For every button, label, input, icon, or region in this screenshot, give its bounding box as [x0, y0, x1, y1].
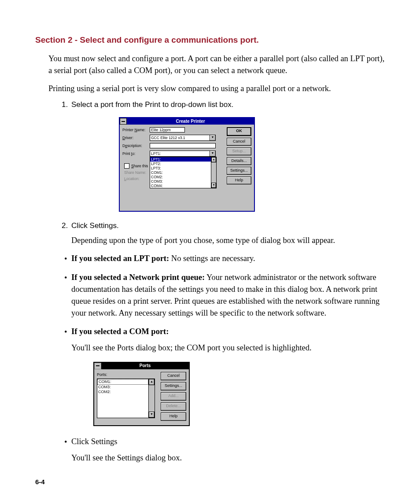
create-printer-dialog: Create Printer Printer Name: Driver:: [119, 117, 255, 212]
port-option[interactable]: LPT2:: [150, 162, 211, 166]
scroll-down-arrow-icon[interactable]: ▼: [149, 412, 155, 418]
setup-button[interactable]: Setup...: [227, 147, 251, 155]
bullet-click-settings: • Click Settings You'll see the Settings…: [71, 436, 385, 464]
port-option[interactable]: LPT3:: [150, 166, 211, 170]
port-item[interactable]: COM1:: [97, 379, 148, 385]
dialog-title: Ports: [101, 363, 189, 369]
scrollbar[interactable]: ▲ ▼: [148, 379, 155, 418]
bullet-com-body: You'll see the Ports dialog box; the COM…: [71, 342, 385, 354]
bullet-click-settings-body: You'll see the Settings dialog box.: [71, 452, 385, 464]
print-to-input[interactable]: [150, 151, 210, 157]
ports-dialog: Ports Ports: COM1: COM3: COM2:: [93, 362, 190, 426]
step-2-body: Depending upon the type of port you chos…: [71, 235, 385, 246]
ports-listbox[interactable]: COM1: COM3: COM2: ▲ ▼: [97, 379, 155, 418]
driver-label: Driver:: [122, 136, 150, 140]
port-option[interactable]: COM4:: [150, 184, 211, 188]
intro-paragraph-2: Printing using a serial port is very slo…: [35, 83, 385, 95]
dropdown-arrow-icon[interactable]: ▼: [210, 151, 216, 157]
printer-name-label: Printer Name:: [122, 128, 150, 132]
add-button[interactable]: Add...: [161, 392, 186, 401]
help-button[interactable]: Help: [227, 177, 251, 184]
scroll-up-arrow-icon[interactable]: ▲: [149, 379, 155, 385]
port-item[interactable]: COM3:: [97, 385, 148, 390]
printer-name-input[interactable]: [150, 127, 185, 132]
section-heading: Section 2 - Select and configure a commu…: [35, 35, 385, 45]
step-number: 2.: [62, 221, 71, 230]
dialog-title: Create Printer: [127, 119, 254, 124]
help-button[interactable]: Help: [161, 412, 186, 421]
delete-button[interactable]: Delete...: [161, 402, 186, 411]
cancel-button[interactable]: Cancel: [161, 372, 186, 380]
dropdown-arrow-icon[interactable]: ▼: [210, 135, 216, 141]
print-to-combo[interactable]: ▼: [150, 151, 216, 157]
port-option[interactable]: COM1:: [150, 170, 211, 175]
ok-button[interactable]: OK: [227, 127, 251, 136]
location-label: Location:: [124, 177, 150, 181]
dialog-titlebar[interactable]: Create Printer: [120, 118, 254, 125]
step-number: 1.: [62, 100, 71, 109]
share-name-label: Share Name:: [124, 170, 150, 175]
scroll-up-arrow-icon[interactable]: ▲: [211, 157, 216, 162]
description-label: Description:: [122, 143, 150, 148]
settings-button[interactable]: Settings...: [161, 382, 186, 390]
port-option[interactable]: COM3:: [150, 179, 211, 184]
system-menu-icon[interactable]: [94, 363, 101, 369]
bullet-network: • If you selected a Network print queue:…: [71, 272, 385, 319]
details-button[interactable]: Details...: [227, 157, 251, 165]
step-2-text: Click Settings.: [71, 221, 119, 230]
page-number: 6-4: [35, 478, 45, 486]
settings-button[interactable]: Settings...: [227, 167, 251, 175]
dialog-titlebar[interactable]: Ports: [94, 363, 189, 369]
share-label: Share this: [131, 164, 148, 168]
print-to-label: Print to:: [122, 151, 150, 156]
scroll-down-arrow-icon[interactable]: ▼: [211, 183, 216, 188]
driver-input[interactable]: [150, 135, 210, 141]
port-option[interactable]: COM2:: [150, 175, 211, 179]
port-item[interactable]: COM2:: [97, 390, 148, 394]
bullet-lpt: • If you selected an LPT port: No settin…: [71, 253, 385, 265]
intro-paragraph-1: You must now select and configure a port…: [35, 53, 385, 77]
print-to-dropdown-list[interactable]: LPT1: LPT2: LPT3: COM1: COM2: COM3: COM4…: [150, 157, 217, 188]
step-1-text: Select a port from the Print to drop-dow…: [71, 100, 234, 109]
system-menu-icon[interactable]: [120, 118, 127, 125]
share-checkbox[interactable]: [124, 163, 129, 169]
cancel-button[interactable]: Cancel: [227, 138, 251, 146]
description-input[interactable]: [150, 143, 216, 148]
bullet-com: • If you selected a COM port: You'll see…: [71, 326, 385, 426]
port-option[interactable]: LPT1:: [150, 157, 211, 162]
ports-label: Ports:: [97, 372, 157, 378]
driver-combo[interactable]: ▼: [150, 135, 216, 141]
scrollbar[interactable]: ▲ ▼: [211, 157, 216, 188]
